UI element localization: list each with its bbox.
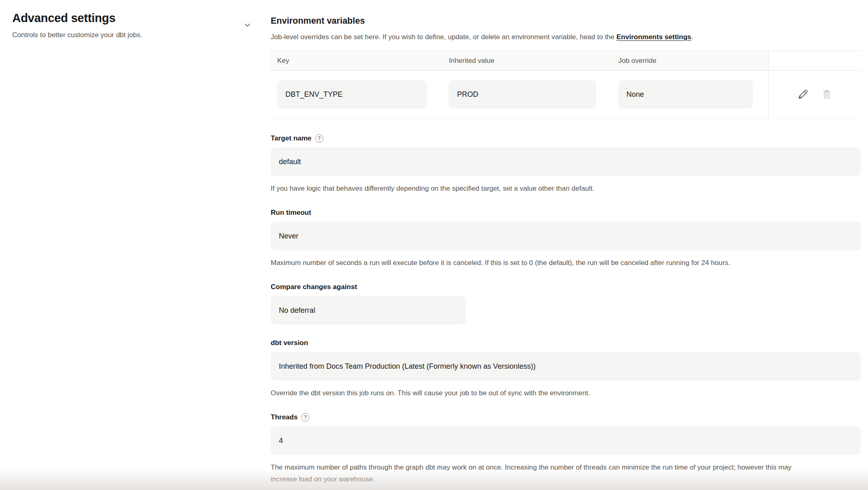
delete-env-var-button[interactable] xyxy=(819,87,834,102)
target-name-input[interactable]: default xyxy=(271,147,861,176)
table-header-row: Key Inherited value Job override xyxy=(271,51,861,71)
run-timeout-input[interactable]: Never xyxy=(271,222,861,250)
pencil-icon xyxy=(797,88,809,100)
page-subtitle: Controls to better customize your dbt jo… xyxy=(12,30,142,40)
field-compare-changes: Compare changes against No deferral xyxy=(271,283,861,325)
table-row: DBT_ENV_TYPE PROD None xyxy=(271,71,861,118)
threads-label: Threads xyxy=(271,413,298,422)
dbt-version-help-text: Override the dbt version this job runs o… xyxy=(271,387,793,399)
field-threads: Threads ? 4 The maximum number of paths … xyxy=(271,413,861,485)
collapse-section-button[interactable] xyxy=(242,20,253,30)
column-header-job-override: Job override xyxy=(612,51,768,71)
target-name-help-text: If you have logic that behaves different… xyxy=(271,183,793,194)
env-var-key-value: DBT_ENV_TYPE xyxy=(277,80,427,109)
compare-changes-label: Compare changes against xyxy=(271,283,357,292)
threads-help-text: The maximum number of paths through the … xyxy=(271,461,793,485)
dbt-version-select[interactable]: Inherited from Docs Team Production (Lat… xyxy=(271,352,861,381)
env-vars-description: Job-level overrides can be set here. If … xyxy=(271,32,861,42)
compare-changes-select[interactable]: No deferral xyxy=(271,296,466,325)
field-run-timeout: Run timeout Never Maximum number of seco… xyxy=(271,208,861,269)
env-var-job-override-value: None xyxy=(618,80,753,109)
field-dbt-version: dbt version Inherited from Docs Team Pro… xyxy=(271,339,861,399)
trash-icon xyxy=(821,89,832,100)
env-vars-title: Environment variables xyxy=(271,15,861,27)
column-header-key: Key xyxy=(271,51,442,71)
description-text: Job-level overrides can be set here. If … xyxy=(271,33,617,41)
run-timeout-help-text: Maximum number of seconds a run will exe… xyxy=(271,257,793,269)
run-timeout-label: Run timeout xyxy=(271,208,311,217)
help-icon[interactable]: ? xyxy=(301,413,309,421)
target-name-label: Target name xyxy=(271,134,312,143)
column-header-actions xyxy=(769,51,861,71)
dbt-version-label: dbt version xyxy=(271,339,308,347)
field-target-name: Target name ? default If you have logic … xyxy=(271,134,861,194)
chevron-down-icon xyxy=(243,20,252,29)
advanced-settings-content: Environment variables Job-level override… xyxy=(271,0,868,490)
environments-settings-link[interactable]: Environments settings xyxy=(617,33,691,41)
advanced-settings-page: Advanced settings Controls to better cus… xyxy=(0,0,868,490)
page-title: Advanced settings xyxy=(12,11,142,25)
env-var-inherited-value: PROD xyxy=(449,80,596,109)
help-icon[interactable]: ? xyxy=(315,134,323,143)
threads-input[interactable]: 4 xyxy=(271,426,861,455)
settings-section-header: Advanced settings Controls to better cus… xyxy=(0,0,271,490)
column-header-inherited-value: Inherited value xyxy=(442,51,612,71)
edit-env-var-button[interactable] xyxy=(795,87,811,102)
env-vars-table: Key Inherited value Job override DBT_ENV… xyxy=(271,51,861,118)
description-period: . xyxy=(691,33,693,41)
